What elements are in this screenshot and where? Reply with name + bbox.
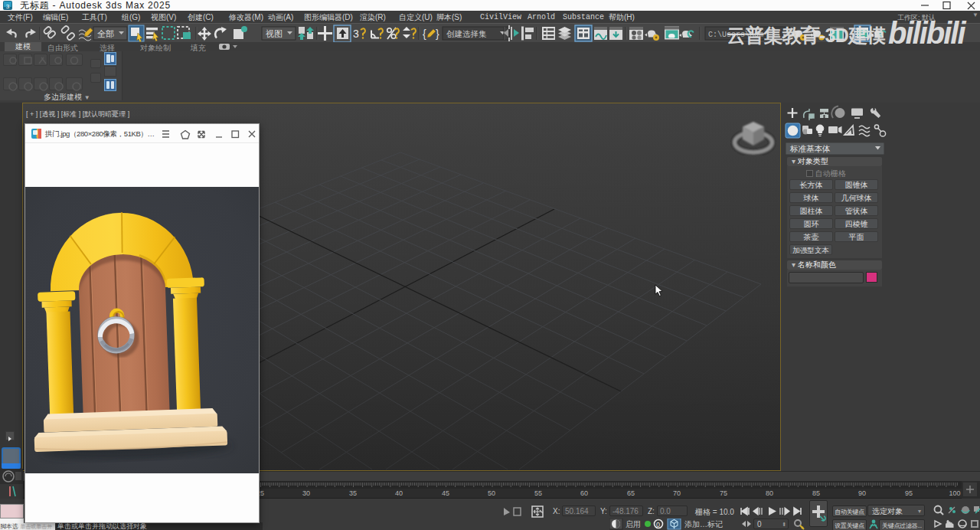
svg-text:45: 45 <box>442 489 449 497</box>
svg-text:35: 35 <box>349 489 357 497</box>
svg-text:全部: 全部 <box>97 29 114 38</box>
svg-text:85: 85 <box>812 489 820 497</box>
svg-text:3: 3 <box>353 28 359 40</box>
svg-text:80: 80 <box>766 489 773 497</box>
svg-text:70: 70 <box>673 489 681 497</box>
svg-text:0: 0 <box>656 521 660 528</box>
svg-text:50: 50 <box>488 489 495 497</box>
svg-text:55: 55 <box>534 489 542 497</box>
svg-text:3: 3 <box>6 3 10 10</box>
svg-text:60: 60 <box>580 489 588 497</box>
svg-text:65: 65 <box>627 489 635 497</box>
svg-text:{: { <box>423 28 426 40</box>
svg-text:90: 90 <box>858 489 866 497</box>
svg-text:30: 30 <box>302 489 310 497</box>
svg-text:添加…标记: 添加…标记 <box>684 520 723 528</box>
svg-text:95: 95 <box>905 489 913 497</box>
svg-text:启用: 启用 <box>626 520 641 528</box>
svg-text:75: 75 <box>720 489 727 497</box>
svg-text:40: 40 <box>395 489 403 497</box>
svg-text:创建选择集: 创建选择集 <box>446 29 487 38</box>
svg-text:100: 100 <box>949 489 960 497</box>
svg-text:视图: 视图 <box>266 29 283 38</box>
svg-text:标准基本体: 标准基本体 <box>789 144 831 153</box>
svg-text:}: } <box>436 28 439 40</box>
